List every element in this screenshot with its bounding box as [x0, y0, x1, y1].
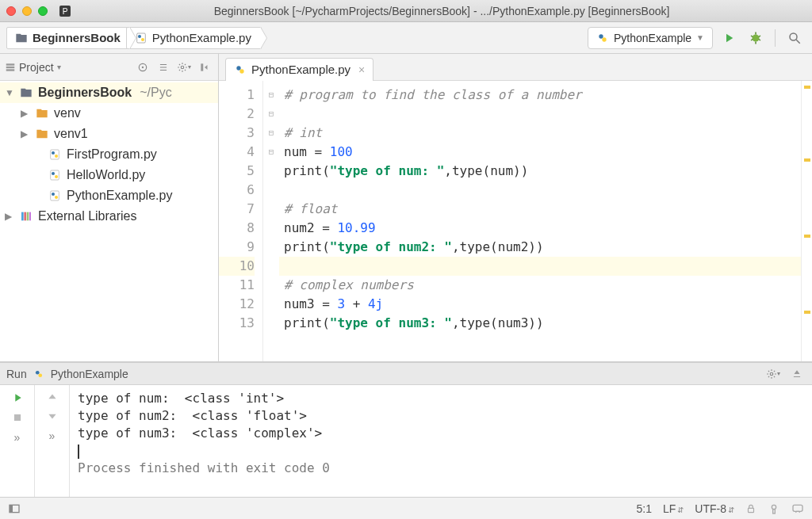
tree-folder-venv[interactable]: ▶ venv — [0, 103, 218, 124]
titlebar: P BeginnersBook [~/PycharmProjects/Begin… — [0, 0, 812, 22]
breadcrumb-project[interactable]: BeginnersBook — [6, 27, 131, 49]
code-content[interactable]: # program to find the class of a number … — [279, 81, 801, 361]
settings-button[interactable]: ▾ — [175, 59, 193, 76]
svg-point-5 — [599, 34, 603, 38]
svg-point-19 — [55, 155, 58, 158]
svg-point-31 — [239, 69, 243, 73]
tree-file-firstprogram[interactable]: FirstProgram.py — [0, 144, 218, 165]
svg-rect-41 — [793, 505, 802, 511]
tree-item-label: venv1 — [54, 127, 88, 141]
code-editor[interactable]: 12345678910111213 ⊟⊟⊟⊟ # program to find… — [219, 81, 812, 361]
folder-icon — [35, 128, 49, 140]
svg-point-7 — [753, 34, 760, 41]
libraries-icon — [19, 210, 33, 223]
tree-file-pythonexample[interactable]: PythonExample.py — [0, 185, 218, 206]
navigation-toolbar: BeginnersBook PythonExample.py PythonExa… — [0, 22, 812, 54]
python-file-icon — [48, 189, 62, 202]
svg-rect-16 — [201, 63, 203, 71]
project-view-selector[interactable]: Project▾ — [5, 61, 61, 74]
run-action-bar-1: » — [0, 385, 35, 497]
fold-column[interactable]: ⊟⊟⊟⊟ — [263, 81, 279, 361]
svg-rect-28 — [27, 212, 29, 221]
console-output[interactable]: type of num: <class 'int'> type of num2:… — [70, 385, 812, 497]
svg-rect-27 — [24, 212, 26, 221]
python-file-icon — [48, 169, 62, 181]
caret-position[interactable]: 5:1 — [637, 502, 652, 515]
svg-rect-29 — [29, 212, 31, 221]
more-actions-button[interactable]: » — [49, 429, 56, 442]
svg-rect-2 — [137, 33, 146, 43]
minimize-window-button[interactable] — [22, 6, 32, 16]
more-actions-button[interactable]: » — [14, 431, 21, 444]
window-controls — [6, 6, 48, 16]
project-tree: ▼ BeginnersBook ~/Pyc ▶ venv ▶ venv1 Fir… — [0, 81, 218, 361]
tree-item-label: FirstProgram.py — [67, 147, 157, 162]
run-header-label: Run — [6, 368, 27, 380]
tree-item-label: External Libraries — [38, 209, 137, 223]
scroll-up-button[interactable] — [47, 391, 58, 403]
run-action-bar-2: » — [35, 385, 70, 497]
svg-rect-37 — [10, 505, 13, 512]
editor-tab-pythonexample[interactable]: PythonExample.py × — [225, 58, 373, 81]
svg-point-30 — [236, 66, 240, 70]
svg-point-22 — [55, 175, 58, 178]
locate-file-button[interactable] — [134, 59, 151, 76]
close-window-button[interactable] — [6, 6, 16, 16]
editor-tabbar: PythonExample.py × — [219, 54, 812, 81]
svg-point-25 — [55, 196, 58, 199]
tool-windows-button[interactable] — [8, 502, 21, 515]
project-tool-window: Project▾ ▾ ▼ BeginnersBook ~/Pyc — [0, 54, 219, 361]
tree-folder-venv1[interactable]: ▶ venv1 — [0, 124, 218, 144]
editor-tab-label: PythonExample.py — [251, 63, 350, 76]
tree-external-libraries[interactable]: ▶ External Libraries — [0, 206, 218, 227]
tree-item-label: PythonExample.py — [67, 189, 172, 203]
svg-point-15 — [181, 66, 184, 69]
collapse-arrow-icon: ▶ — [21, 108, 30, 119]
close-tab-icon[interactable]: × — [358, 63, 365, 76]
run-settings-button[interactable]: ▾ — [764, 365, 782, 383]
run-configuration-label: PythonExample — [614, 32, 691, 44]
svg-text:P: P — [63, 7, 68, 16]
python-file-icon — [48, 148, 62, 161]
svg-rect-38 — [749, 508, 754, 512]
svg-rect-17 — [51, 150, 59, 159]
svg-point-39 — [772, 505, 776, 509]
svg-point-3 — [138, 35, 141, 38]
tree-project-root[interactable]: ▼ BeginnersBook ~/Pyc — [0, 82, 218, 103]
readonly-lock-icon[interactable] — [745, 503, 756, 514]
breadcrumb-project-label: BeginnersBook — [33, 31, 121, 44]
debug-button[interactable] — [745, 27, 767, 49]
svg-point-4 — [141, 38, 144, 41]
feedback-icon[interactable] — [791, 502, 804, 515]
collapse-arrow-icon: ▶ — [5, 211, 14, 222]
zoom-window-button[interactable] — [38, 6, 48, 16]
svg-point-14 — [142, 66, 144, 67]
svg-point-33 — [38, 373, 42, 377]
svg-rect-26 — [21, 212, 24, 221]
line-gutter[interactable]: 12345678910111213 — [219, 81, 263, 361]
breadcrumb-file[interactable]: PythonExample.py — [126, 27, 262, 49]
tree-item-label: venv — [54, 106, 81, 120]
search-button[interactable] — [783, 27, 806, 49]
marker-stripe[interactable] — [801, 81, 812, 361]
hide-button[interactable] — [196, 59, 213, 76]
file-encoding[interactable]: UTF-8⇵ — [695, 502, 734, 515]
svg-point-18 — [52, 151, 55, 155]
folder-icon — [19, 86, 33, 99]
rerun-button[interactable] — [11, 391, 24, 404]
svg-point-32 — [36, 370, 40, 374]
run-tool-header: Run PythonExample ▾ — [0, 363, 812, 385]
run-hide-button[interactable] — [788, 365, 806, 383]
chevron-down-icon: ▼ — [696, 33, 704, 42]
run-button[interactable] — [718, 27, 740, 49]
scroll-down-button[interactable] — [47, 410, 58, 422]
svg-point-21 — [52, 172, 55, 175]
inspections-icon[interactable] — [768, 502, 780, 515]
run-configuration-selector[interactable]: PythonExample ▼ — [588, 27, 713, 49]
svg-rect-20 — [51, 170, 59, 180]
folder-icon — [35, 107, 49, 120]
collapse-all-button[interactable] — [155, 59, 172, 76]
stop-button[interactable] — [12, 412, 23, 423]
line-separator[interactable]: LF⇵ — [663, 502, 684, 515]
tree-file-helloworld[interactable]: HelloWorld.py — [0, 165, 218, 185]
